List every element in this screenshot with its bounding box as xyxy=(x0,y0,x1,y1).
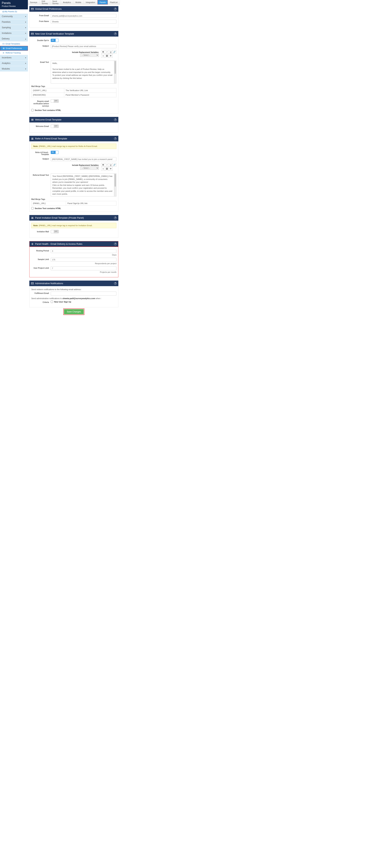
invite-header: Panel Invitation Email Template (Private… xyxy=(29,215,119,221)
sidebar-section-invitations[interactable]: Invitations▾ xyxy=(0,30,28,36)
bold-button[interactable]: B xyxy=(101,50,105,54)
sidebar-title: Panels xyxy=(2,1,26,5)
refer-template-toggle[interactable] xyxy=(51,151,59,154)
refer-body: Note: {PANEL_URL} mail merge tag is requ… xyxy=(29,142,119,212)
sidebar-section-analytics[interactable]: Analytics▾ xyxy=(0,61,28,66)
bold-button[interactable]: B xyxy=(101,163,105,166)
invitation-mail-toggle[interactable] xyxy=(51,230,59,233)
nav-mobile[interactable]: Mobile xyxy=(73,0,84,4)
user-limit-input[interactable] xyxy=(51,266,116,270)
health-body: Resting Period Days Sample Limit Respond… xyxy=(29,247,119,277)
svg-rect-7 xyxy=(31,120,33,121)
fulfillment-label: Fulfillment Email xyxy=(31,291,51,294)
html-checkbox[interactable] xyxy=(31,207,34,210)
help-icon[interactable]: ? xyxy=(114,33,116,35)
invite-body: Note: {PANEL_URL} mail merge tag is requ… xyxy=(29,221,119,238)
underline-button[interactable]: U xyxy=(109,163,112,166)
sidebar-section-incentives[interactable]: Incentives▾ xyxy=(0,55,28,61)
double-opt-toggle[interactable] xyxy=(51,39,59,42)
help-icon[interactable]: ? xyxy=(114,8,116,10)
panel-title: Global Email Preferences xyxy=(35,7,62,10)
criteria-checkbox[interactable] xyxy=(51,301,53,303)
nav-edit-survey[interactable]: Edit Survey xyxy=(40,0,50,4)
panel-title: Welcome Email Template xyxy=(35,118,61,121)
irv-select[interactable]: -- Select -- xyxy=(80,54,99,57)
preview-button[interactable]: 👁 xyxy=(109,54,112,58)
nav-panels[interactable]: Panels xyxy=(98,0,108,4)
link-button[interactable]: 🔗 xyxy=(112,163,116,166)
align-button[interactable]: ≡ xyxy=(101,167,105,170)
help-icon[interactable]: ? xyxy=(114,217,116,219)
sidebar-section-sampling[interactable]: Sampling▾ xyxy=(0,25,28,30)
global-email-body: From Email From Name xyxy=(29,12,119,28)
sidebar-section-panelists[interactable]: Panelists▾ xyxy=(0,19,28,25)
help-icon[interactable]: ? xyxy=(114,243,116,245)
email-text-textarea[interactable] xyxy=(51,61,114,84)
list-icon xyxy=(3,48,5,49)
referral-text-label: Referral Email Text xyxy=(31,174,51,176)
list-icon xyxy=(31,119,34,121)
sidebar-item-email-templates[interactable]: Email Templates xyxy=(0,41,28,46)
caret-down-icon: ▾ xyxy=(25,32,26,34)
svg-rect-5 xyxy=(31,119,33,119)
nav-surveys[interactable]: Surveys xyxy=(28,0,40,4)
svg-rect-6 xyxy=(31,120,33,120)
fulfillment-input[interactable] xyxy=(51,291,116,296)
admin-line2: Send administrative notifications to shw… xyxy=(31,297,116,300)
verify-body: Double Opt In Subject Include Replacemen… xyxy=(29,36,119,114)
top-nav: Surveys Edit Survey Send Survey Analytic… xyxy=(28,0,120,5)
sidebar-section-delivery[interactable]: Delivery▴ xyxy=(0,36,28,41)
sidebar-item-referral-tracking[interactable]: Referral Tracking xyxy=(0,51,28,55)
help-icon[interactable]: ? xyxy=(114,137,116,140)
svg-point-9 xyxy=(32,138,33,138)
table-row: {PASSWORD}Panel Member's Password xyxy=(32,93,116,97)
welcome-toggle[interactable] xyxy=(51,125,59,128)
move-icon xyxy=(31,243,34,245)
help-icon[interactable]: ? xyxy=(114,119,116,121)
nav-analytics[interactable]: Analytics xyxy=(61,0,73,4)
sidebar: Panels Product Review My Panels (5) Comm… xyxy=(0,0,28,320)
require-verification-label: Require email verification before survey… xyxy=(31,99,51,107)
align-button[interactable]: ≡ xyxy=(101,54,105,58)
require-verification-toggle[interactable] xyxy=(51,99,59,103)
panel-title: Panel Invitation Email Template (Private… xyxy=(35,216,84,219)
link-button[interactable]: 🔗 xyxy=(112,50,116,54)
table-row: {VERIFY_URL}The Verification URL Link xyxy=(32,88,116,93)
help-icon[interactable]: ? xyxy=(114,282,116,285)
caret-down-icon: ▾ xyxy=(25,57,26,59)
caret-down-icon: ▾ xyxy=(25,21,26,23)
sidebar-section-community[interactable]: Community▾ xyxy=(0,14,28,19)
image-button[interactable]: 🖼 xyxy=(105,167,109,170)
scrollbar[interactable] xyxy=(114,174,116,196)
italic-button[interactable]: I xyxy=(105,163,109,166)
irv-select[interactable]: -- Select -- xyxy=(80,166,99,170)
refer-template-label: Refer-A-Friend - Template xyxy=(31,151,51,155)
nav-integration[interactable]: Integration xyxy=(84,0,98,4)
sidebar-header: Panels Product Review xyxy=(0,0,28,9)
nav-send-survey[interactable]: Send Survey xyxy=(50,0,61,4)
from-name-input[interactable] xyxy=(51,20,116,24)
resting-period-input[interactable] xyxy=(51,249,116,253)
underline-button[interactable]: U xyxy=(109,50,112,54)
scrollbar[interactable] xyxy=(114,61,116,84)
italic-button[interactable]: I xyxy=(105,50,109,54)
from-email-input[interactable] xyxy=(51,14,116,18)
refer-subject-input[interactable] xyxy=(51,157,116,161)
sidebar-mypanels[interactable]: My Panels (5) xyxy=(0,9,28,14)
welcome-email-label: Welcome Email xyxy=(31,125,51,127)
preview-button[interactable]: 👁 xyxy=(109,167,112,170)
sample-hint: Respondents per project xyxy=(51,262,116,265)
health-header: Panel Health - Email Delivery & Access R… xyxy=(29,241,119,247)
email-text-label: Email Text xyxy=(31,61,51,63)
html-checkbox[interactable] xyxy=(31,109,34,111)
image-button[interactable]: 🖼 xyxy=(105,54,109,58)
save-changes-button[interactable]: Save Changes xyxy=(64,309,84,314)
nav-flashlet[interactable]: FlashLet xyxy=(108,0,120,4)
sidebar-section-modules[interactable]: Modules▾ xyxy=(0,66,28,72)
subject-input[interactable] xyxy=(51,44,116,48)
sample-limit-input[interactable] xyxy=(51,258,116,262)
global-email-header: Global Email Preferences ? xyxy=(29,6,119,12)
referral-text-textarea[interactable] xyxy=(51,174,114,196)
sidebar-item-email-preferences[interactable]: Email Preferences xyxy=(0,46,28,51)
mypanels-link[interactable]: My Panels (5) xyxy=(5,10,17,12)
